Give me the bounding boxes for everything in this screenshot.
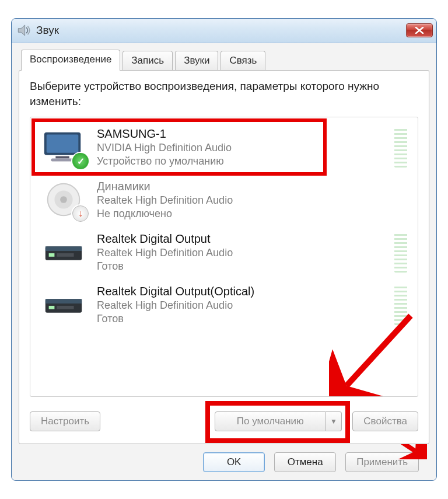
- tab-strip: Воспроизведение Запись Звуки Связь: [19, 49, 429, 70]
- level-meter: [394, 127, 407, 168]
- device-name: SAMSUNG-1: [97, 127, 385, 141]
- device-row[interactable]: Realtek Digital Output Realtek High Defi…: [33, 226, 413, 278]
- client-area: Воспроизведение Запись Звуки Связь Выбер…: [12, 43, 436, 480]
- device-row[interactable]: Realtek Digital Output(Optical) Realtek …: [33, 278, 413, 331]
- check-icon: ✓: [72, 153, 89, 169]
- pane-button-row: Настроить По умолчанию ▼ Свойства: [30, 409, 418, 434]
- level-meter: [394, 232, 407, 273]
- set-default-dropdown[interactable]: ▼: [326, 411, 342, 431]
- svg-rect-2: [47, 135, 79, 153]
- configure-button[interactable]: Настроить: [30, 411, 100, 431]
- device-subtitle: Realtek High Definition Audio: [97, 246, 385, 260]
- svg-rect-9: [46, 246, 82, 251]
- device-subtitle: Realtek High Definition Audio: [97, 299, 385, 312]
- device-row[interactable]: ✓ SAMSUNG-1 NVIDIA High Definition Audio…: [33, 121, 413, 173]
- sound-dialog-window: Звук Воспроизведение Запись Звуки Связь …: [11, 18, 437, 481]
- device-list[interactable]: ✓ SAMSUNG-1 NVIDIA High Definition Audio…: [30, 117, 418, 397]
- dialog-button-row: OK Отмена Применить: [19, 444, 429, 472]
- svg-rect-4: [51, 159, 74, 162]
- titlebar[interactable]: Звук: [12, 19, 436, 43]
- tab-playback[interactable]: Воспроизведение: [21, 50, 120, 71]
- device-row[interactable]: ↓ Динамики Realtek High Definition Audio…: [33, 173, 413, 226]
- close-button[interactable]: [406, 23, 433, 37]
- window-title: Звук: [36, 24, 406, 37]
- monitor-icon: ✓: [40, 126, 88, 168]
- ok-button[interactable]: OK: [203, 452, 265, 472]
- set-default-button[interactable]: По умолчанию: [215, 411, 326, 431]
- device-text: Realtek Digital Output Realtek High Defi…: [97, 232, 385, 273]
- instruction-text: Выберите устройство воспроизведения, пар…: [30, 79, 418, 109]
- apply-button[interactable]: Применить: [345, 452, 419, 472]
- svg-rect-10: [49, 253, 55, 257]
- chevron-down-icon: ▼: [330, 417, 337, 425]
- speaker-icon: ↓: [40, 179, 88, 221]
- digital-output-icon: [40, 231, 88, 273]
- device-name: Realtek Digital Output(Optical): [97, 284, 385, 299]
- svg-point-7: [60, 196, 67, 203]
- svg-rect-13: [46, 299, 82, 303]
- tab-sounds[interactable]: Звуки: [175, 51, 218, 70]
- digital-output-icon: [40, 284, 88, 326]
- device-status: Не подключено: [97, 207, 385, 221]
- set-default-split-button[interactable]: По умолчанию ▼: [215, 411, 342, 431]
- device-subtitle: Realtek High Definition Audio: [97, 194, 385, 207]
- properties-button[interactable]: Свойства: [352, 411, 418, 431]
- tab-communications[interactable]: Связь: [220, 51, 265, 70]
- device-text: Realtek Digital Output(Optical) Realtek …: [97, 284, 385, 325]
- tab-recording[interactable]: Запись: [123, 51, 173, 70]
- device-text: Динамики Realtek High Definition Audio Н…: [97, 179, 385, 220]
- device-text: SAMSUNG-1 NVIDIA High Definition Audio У…: [97, 127, 385, 168]
- device-name: Динамики: [97, 179, 385, 194]
- level-meter: [394, 284, 407, 325]
- device-status: Устройство по умолчанию: [97, 155, 385, 168]
- device-name: Realtek Digital Output: [97, 232, 385, 246]
- playback-pane: Выберите устройство воспроизведения, пар…: [19, 70, 429, 444]
- close-icon: [415, 27, 424, 34]
- svg-rect-14: [49, 306, 55, 309]
- cancel-button[interactable]: Отмена: [274, 452, 336, 472]
- device-status: Готов: [97, 260, 385, 273]
- down-arrow-icon: ↓: [72, 205, 89, 222]
- svg-marker-0: [18, 25, 24, 36]
- svg-rect-15: [57, 306, 74, 309]
- svg-rect-3: [55, 156, 69, 159]
- sound-icon: [16, 23, 32, 38]
- device-subtitle: NVIDIA High Definition Audio: [97, 141, 385, 155]
- device-status: Готов: [97, 312, 385, 326]
- svg-rect-11: [57, 253, 74, 257]
